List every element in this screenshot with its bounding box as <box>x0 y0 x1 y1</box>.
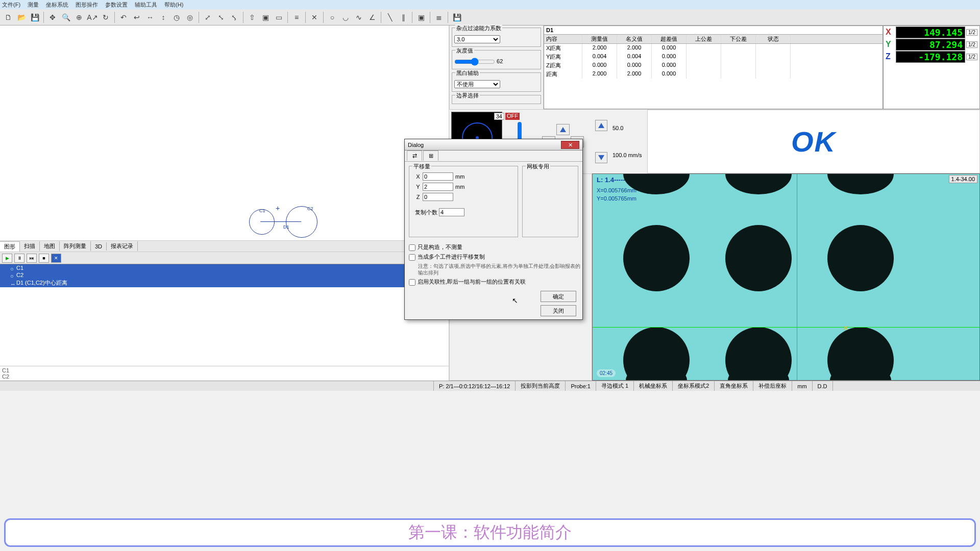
status-sys2: 坐标系模式2 <box>673 381 715 391</box>
x-coord: 149.145 <box>896 27 965 38</box>
refresh-icon[interactable]: ↻ <box>100 11 112 23</box>
z-half-button[interactable]: 1/2 <box>966 54 977 60</box>
menu-tools[interactable]: 辅助工具 <box>135 1 157 8</box>
rotate-icon[interactable]: ↶ <box>117 11 130 23</box>
wave-icon[interactable]: ∿ <box>353 11 365 23</box>
badge-34: 34 <box>494 113 504 120</box>
tools-icon[interactable]: ✕ <box>308 11 321 23</box>
dialog-tab-2[interactable]: ⊞ <box>423 151 438 161</box>
menu-help[interactable]: 帮助(H) <box>164 1 183 8</box>
arc-icon[interactable]: ◡ <box>339 11 352 23</box>
menu-coord[interactable]: 坐标系统 <box>46 1 68 8</box>
circle-icon: ○ <box>10 273 14 277</box>
close-icon[interactable]: ✕ <box>561 141 579 149</box>
menu-params[interactable]: 参数设置 <box>105 1 128 8</box>
play-bar: ▶ ⏸ ⏭ ■ ✕ <box>0 252 449 264</box>
status-probe: Probe:1 <box>566 381 596 391</box>
open-icon[interactable]: 📂 <box>15 11 28 23</box>
bw-assist-select[interactable]: 不使用 <box>454 80 500 88</box>
ok-button[interactable]: 确定 <box>541 291 576 302</box>
list-item[interactable]: ↔D1 (C1,C2)中心距离 <box>0 279 449 287</box>
rect-icon[interactable]: ▭ <box>273 11 285 23</box>
tab-graphics[interactable]: 图形 <box>0 241 20 252</box>
cross-x-icon: ✕ <box>843 324 849 332</box>
video-timestamp: 02:45 <box>597 369 616 377</box>
drawing-canvas[interactable]: + C1 C2 D1 <box>0 26 449 240</box>
z-down[interactable] <box>595 152 607 163</box>
chk-relation[interactable] <box>409 279 415 286</box>
cam-y: Y=0.005765mm <box>597 195 636 202</box>
badge-off: OFF <box>505 113 520 120</box>
close-x-button[interactable]: ✕ <box>51 254 61 263</box>
dialog-title-text: Dialog <box>408 142 424 148</box>
view-tabs: 图形 扫描 地图 阵列测量 3D 报表记录 <box>0 240 449 252</box>
list-item[interactable]: ○C1 <box>0 264 449 271</box>
offset-y-input[interactable] <box>423 183 453 191</box>
chart2-icon[interactable]: ⤡ <box>215 11 227 23</box>
feature-list[interactable]: ○C1 ○C2 ↔D1 (C1,C2)中心距离 <box>0 264 449 366</box>
gray-slider[interactable] <box>454 58 495 66</box>
parallel-icon[interactable]: ∥ <box>397 11 409 23</box>
status-panel: OK <box>647 110 980 173</box>
status-projection: 投影到当前高度 <box>516 381 566 391</box>
lesson-banner: 第一课：软件功能简介 <box>4 518 976 547</box>
copy-count-input[interactable] <box>439 208 464 216</box>
box-icon[interactable]: ▣ <box>415 11 427 23</box>
status-bar: P: 2/1—0:0:12/16:12—16:12 投影到当前高度 Probe:… <box>0 381 980 391</box>
menu-file[interactable]: 文件(F) <box>2 1 20 8</box>
circle-icon[interactable]: ○ <box>326 11 338 23</box>
save-icon[interactable]: 💾 <box>29 11 41 23</box>
disk-icon[interactable]: 💾 <box>451 11 463 23</box>
up-icon[interactable]: ⇧ <box>246 11 258 23</box>
clock-icon[interactable]: ◷ <box>170 11 183 23</box>
dialog-titlebar[interactable]: Dialog ✕ <box>405 139 582 151</box>
pause-button[interactable]: ⏸ <box>14 254 24 263</box>
zoom-icon[interactable]: 🔍 <box>60 11 72 23</box>
tab-array[interactable]: 阵列测量 <box>60 241 91 251</box>
z-up[interactable] <box>595 120 607 131</box>
new-icon[interactable]: 🗋 <box>2 11 14 23</box>
menu-measure[interactable]: 测量 <box>28 1 39 8</box>
lines-icon[interactable]: ≣ <box>433 11 445 23</box>
y-coord: 87.294 <box>896 39 965 51</box>
dist-icon: ↔ <box>10 281 14 285</box>
status-mode: 寻边模式 1 <box>596 381 634 391</box>
chart3-icon[interactable]: ⤣ <box>228 11 240 23</box>
undo-icon[interactable]: ↩ <box>131 11 143 23</box>
offset-x-input[interactable] <box>423 172 453 181</box>
tab-report[interactable]: 报表记录 <box>107 241 138 251</box>
y-half-button[interactable]: 1/2 <box>966 41 977 48</box>
filter-coeff-select[interactable]: 3.0 <box>454 35 500 43</box>
menu-graphics[interactable]: 图形操作 <box>76 1 98 8</box>
offset-z-input[interactable] <box>423 193 453 201</box>
list-item[interactable]: ○C2 <box>0 271 449 279</box>
chk-construct-only[interactable] <box>409 244 415 251</box>
cancel-button[interactable]: 关闭 <box>541 305 576 316</box>
list-icon[interactable]: ≡ <box>290 11 303 23</box>
fit-icon[interactable]: ⊕ <box>73 11 85 23</box>
chart1-icon[interactable]: ⤢ <box>202 11 214 23</box>
vdist-icon[interactable]: ↕ <box>157 11 169 23</box>
text-icon[interactable]: A↗ <box>86 11 99 23</box>
status-progress: P: 2/1—0:0:12/16:12—16:12 <box>434 381 516 391</box>
play-button[interactable]: ▶ <box>2 254 12 263</box>
camera-view[interactable]: L: 1.4------M:34.00 X=0.005766mm Y=0.005… <box>592 173 980 381</box>
diag-icon[interactable]: ╲ <box>384 11 396 23</box>
tab-3d[interactable]: 3D <box>91 242 107 251</box>
x-half-button[interactable]: 1/2 <box>966 29 977 36</box>
hdist-icon[interactable]: ↔ <box>144 11 156 23</box>
window-icon[interactable]: ▣ <box>259 11 272 23</box>
dialog-tab-1[interactable]: ⇄ <box>407 151 422 161</box>
result-table: D1 内容 测量值 名义值 超差值 上公差 下公差 状态 X距离2.0002.0… <box>544 26 883 109</box>
move-icon[interactable]: ✥ <box>46 11 59 23</box>
stop-button[interactable]: ■ <box>39 254 49 263</box>
chk-multi-piece[interactable] <box>409 254 415 261</box>
tab-scan[interactable]: 扫描 <box>20 241 40 251</box>
dialog-note: 注意：勾选了该项,所选中平移的元素,将作为单独工件处理,会影响报表的输出排列 <box>418 263 582 276</box>
nav-up[interactable] <box>556 124 570 135</box>
angle-icon[interactable]: ∠ <box>366 11 378 23</box>
step-button[interactable]: ⏭ <box>27 254 37 263</box>
ok-label: OK <box>791 125 836 158</box>
target-icon[interactable]: ◎ <box>184 11 196 23</box>
tab-map[interactable]: 地图 <box>40 241 60 251</box>
